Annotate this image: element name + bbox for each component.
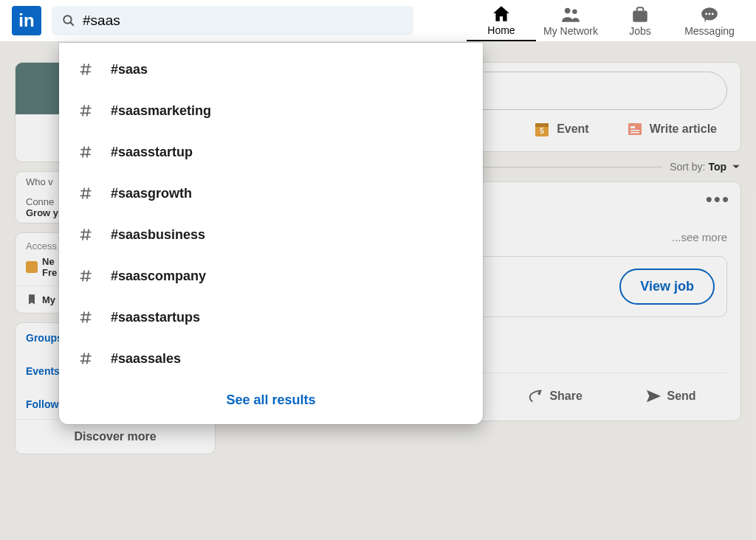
nav-messaging[interactable]: Messaging bbox=[675, 0, 744, 41]
search-suggestion[interactable]: #saasgrowth bbox=[59, 173, 483, 214]
global-nav: in Home My Network Jobs Messaging bbox=[0, 0, 756, 41]
svg-line-46 bbox=[87, 312, 89, 323]
svg-rect-6 bbox=[630, 132, 639, 134]
search-suggestion[interactable]: #saasbusiness bbox=[59, 214, 483, 255]
svg-line-34 bbox=[87, 188, 89, 199]
svg-text:5: 5 bbox=[540, 127, 544, 135]
share-icon bbox=[527, 388, 543, 404]
svg-line-21 bbox=[83, 64, 85, 75]
nav-home[interactable]: Home bbox=[467, 0, 536, 41]
hashtag-icon bbox=[77, 102, 94, 120]
svg-point-17 bbox=[709, 13, 711, 15]
svg-point-18 bbox=[712, 13, 714, 15]
svg-line-33 bbox=[83, 188, 85, 199]
sidebar-discover-more[interactable]: Discover more bbox=[16, 419, 215, 454]
view-job-button[interactable]: View job bbox=[619, 269, 715, 305]
send-icon bbox=[645, 388, 662, 404]
svg-rect-4 bbox=[630, 126, 635, 128]
search-suggestion[interactable]: #saas bbox=[59, 49, 483, 90]
svg-line-30 bbox=[87, 147, 89, 158]
jobs-icon bbox=[630, 5, 650, 24]
svg-line-25 bbox=[83, 105, 85, 117]
hashtag-icon bbox=[77, 308, 94, 326]
search-suggestion[interactable]: #saascompany bbox=[59, 255, 483, 297]
linkedin-logo[interactable]: in bbox=[12, 6, 41, 35]
chevron-down-icon bbox=[731, 162, 741, 172]
compose-event[interactable]: 5 Event bbox=[533, 120, 589, 138]
svg-line-42 bbox=[87, 271, 89, 282]
hashtag-icon bbox=[77, 350, 94, 367]
hashtag-icon bbox=[77, 184, 94, 202]
svg-rect-5 bbox=[630, 130, 639, 131]
svg-point-12 bbox=[565, 7, 571, 13]
nav-network[interactable]: My Network bbox=[536, 0, 605, 41]
svg-line-22 bbox=[87, 64, 89, 75]
svg-line-45 bbox=[83, 312, 85, 323]
svg-line-26 bbox=[87, 105, 89, 117]
post-menu-button[interactable]: ••• bbox=[706, 188, 730, 211]
share-button[interactable]: Share bbox=[515, 381, 594, 412]
see-more-link[interactable]: ...see more bbox=[672, 231, 727, 243]
messaging-icon bbox=[700, 5, 719, 24]
search-icon bbox=[62, 14, 75, 27]
svg-point-16 bbox=[705, 13, 707, 15]
svg-rect-3 bbox=[628, 123, 642, 135]
svg-rect-14 bbox=[633, 10, 647, 21]
see-all-results[interactable]: See all results bbox=[59, 379, 483, 424]
search-dropdown: #saas #saasmarketing #saasstartup #saasg… bbox=[59, 43, 483, 424]
calendar-icon: 5 bbox=[533, 120, 551, 138]
svg-point-13 bbox=[572, 9, 577, 14]
premium-icon bbox=[26, 261, 38, 273]
search-suggestion[interactable]: #saasmarketing bbox=[59, 90, 483, 131]
home-icon bbox=[492, 4, 511, 24]
search-suggestion[interactable]: #saasstartup bbox=[59, 131, 483, 173]
svg-point-10 bbox=[63, 15, 72, 24]
search-input[interactable] bbox=[52, 6, 413, 35]
svg-line-49 bbox=[83, 353, 85, 364]
nav-jobs[interactable]: Jobs bbox=[605, 0, 675, 41]
send-button[interactable]: Send bbox=[633, 381, 708, 412]
svg-line-50 bbox=[87, 353, 89, 364]
svg-line-38 bbox=[87, 229, 89, 240]
compose-article[interactable]: Write article bbox=[626, 120, 717, 138]
hashtag-icon bbox=[77, 267, 94, 285]
network-icon bbox=[561, 5, 580, 24]
svg-line-11 bbox=[70, 22, 74, 26]
search-suggestion[interactable]: #saasstartups bbox=[59, 297, 483, 338]
hashtag-icon bbox=[77, 60, 94, 78]
svg-line-41 bbox=[83, 271, 85, 282]
search-suggestion[interactable]: #saassales bbox=[59, 338, 483, 379]
svg-line-29 bbox=[83, 147, 85, 158]
svg-line-37 bbox=[83, 229, 85, 240]
hashtag-icon bbox=[77, 226, 94, 243]
hashtag-icon bbox=[77, 143, 94, 161]
article-icon bbox=[626, 120, 644, 138]
bookmark-icon bbox=[26, 294, 38, 305]
